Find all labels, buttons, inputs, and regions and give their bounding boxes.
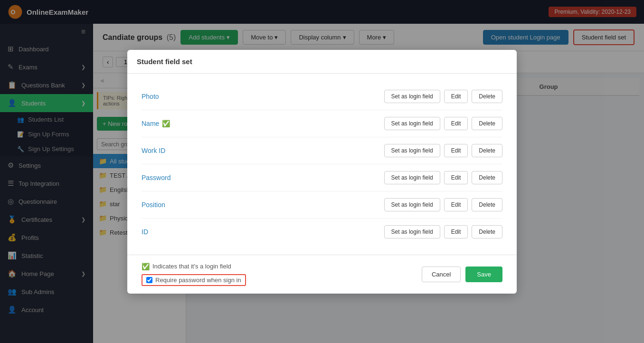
delete-id-button[interactable]: Delete <box>472 225 502 238</box>
field-actions-workid: Set as login field Edit Delete <box>384 144 502 157</box>
footer-buttons: Cancel Save <box>422 267 502 282</box>
modal-body: Photo Set as login field Edit Delete Nam… <box>127 74 517 255</box>
set-login-field-photo-button[interactable]: Set as login field <box>384 90 440 103</box>
set-login-field-workid-button[interactable]: Set as login field <box>384 144 440 157</box>
require-password-label: Require password when sign in <box>155 276 241 284</box>
set-login-field-name-button[interactable]: Set as login field <box>384 117 440 130</box>
field-label-password: Password <box>142 174 384 181</box>
require-password-checkbox[interactable] <box>146 277 152 283</box>
field-row-position: Position Set as login field Edit Delete <box>142 191 502 219</box>
field-name-workid: Work ID <box>142 147 165 154</box>
field-actions-password: Set as login field Edit Delete <box>384 171 502 184</box>
student-field-set-modal: Student field set Photo Set as login fie… <box>127 50 517 294</box>
field-actions-position: Set as login field Edit Delete <box>384 198 502 211</box>
field-row-photo: Photo Set as login field Edit Delete <box>142 83 502 110</box>
field-name-name: Name <box>142 120 159 127</box>
set-login-field-id-button[interactable]: Set as login field <box>384 225 440 238</box>
footer-legend: ✅ Indicates that it's a login field Requ… <box>142 263 246 286</box>
field-row-id: ID Set as login field Edit Delete <box>142 219 502 245</box>
field-label-photo: Photo <box>142 93 384 100</box>
login-field-legend: ✅ Indicates that it's a login field <box>142 263 246 270</box>
legend-check-icon: ✅ <box>142 263 150 270</box>
field-name-photo: Photo <box>142 93 159 100</box>
edit-id-button[interactable]: Edit <box>444 225 468 238</box>
field-row-workid: Work ID Set as login field Edit Delete <box>142 137 502 164</box>
field-name-position: Position <box>142 201 165 209</box>
field-actions-id: Set as login field Edit Delete <box>384 225 502 238</box>
require-password-row: Require password when sign in <box>142 274 246 286</box>
field-name-password: Password <box>142 174 170 181</box>
set-login-field-password-button[interactable]: Set as login field <box>384 171 440 184</box>
field-actions-name: Set as login field Edit Delete <box>384 117 502 130</box>
set-login-field-position-button[interactable]: Set as login field <box>384 198 440 211</box>
legend-text: Indicates that it's a login field <box>152 263 231 270</box>
cancel-button[interactable]: Cancel <box>422 267 461 282</box>
edit-name-button[interactable]: Edit <box>444 117 468 130</box>
delete-photo-button[interactable]: Delete <box>472 90 502 103</box>
field-row-password: Password Set as login field Edit Delete <box>142 164 502 191</box>
field-row-name: Name ✅ Set as login field Edit Delete <box>142 110 502 137</box>
modal-overlay: Student field set Photo Set as login fie… <box>0 0 644 343</box>
edit-password-button[interactable]: Edit <box>444 171 468 184</box>
edit-photo-button[interactable]: Edit <box>444 90 468 103</box>
field-label-workid: Work ID <box>142 147 384 154</box>
delete-name-button[interactable]: Delete <box>472 117 502 130</box>
edit-workid-button[interactable]: Edit <box>444 144 468 157</box>
delete-workid-button[interactable]: Delete <box>472 144 502 157</box>
field-name-id: ID <box>142 228 148 236</box>
modal-footer: ✅ Indicates that it's a login field Requ… <box>127 255 517 294</box>
field-label-name: Name ✅ <box>142 120 384 127</box>
field-actions-photo: Set as login field Edit Delete <box>384 90 502 103</box>
delete-password-button[interactable]: Delete <box>472 171 502 184</box>
field-label-id: ID <box>142 228 384 236</box>
edit-position-button[interactable]: Edit <box>444 198 468 211</box>
save-button[interactable]: Save <box>465 267 502 282</box>
name-login-badge: ✅ <box>162 120 170 127</box>
field-label-position: Position <box>142 201 384 209</box>
modal-header: Student field set <box>127 50 517 74</box>
delete-position-button[interactable]: Delete <box>472 198 502 211</box>
